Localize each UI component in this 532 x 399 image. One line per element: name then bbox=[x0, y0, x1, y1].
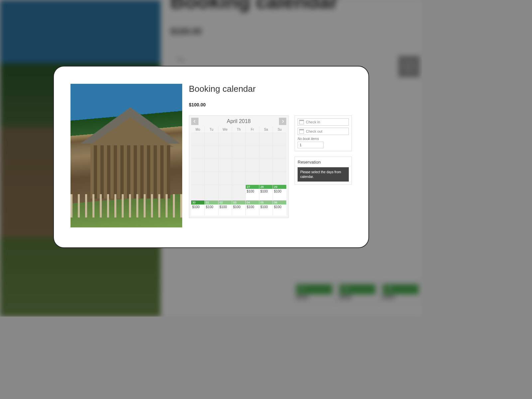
calendar-day-available[interactable]: 01$100 bbox=[205, 200, 218, 216]
calendar-day[interactable] bbox=[259, 133, 273, 146]
dow-header: Sa bbox=[259, 126, 273, 133]
calendar-day[interactable] bbox=[218, 133, 232, 146]
dow-header: Tu bbox=[205, 126, 218, 133]
checkout-placeholder: Check out bbox=[306, 129, 323, 133]
calendar-month-label: April 2018 bbox=[227, 118, 251, 124]
calendar-day[interactable] bbox=[205, 185, 218, 200]
bg-page-title: Booking calendar bbox=[171, 0, 412, 13]
calendar-day[interactable] bbox=[191, 133, 204, 146]
product-title: Booking calendar bbox=[189, 84, 352, 94]
calendar-next-button[interactable] bbox=[279, 118, 286, 125]
calendar-day-available[interactable]: 02$100 bbox=[218, 200, 232, 216]
calendar-day[interactable] bbox=[205, 159, 218, 172]
calendar-day[interactable] bbox=[191, 146, 204, 159]
calendar-grid: Mo Tu We Th Fr Sa Su 27$100 28$100 bbox=[191, 126, 286, 216]
calendar-day[interactable] bbox=[273, 172, 286, 185]
calendar-day[interactable] bbox=[205, 172, 218, 185]
bg-price: $100.00 bbox=[171, 26, 412, 37]
calendar-day[interactable] bbox=[273, 133, 286, 146]
checkout-input[interactable]: Check out bbox=[298, 128, 349, 135]
items-label: No book items bbox=[298, 137, 349, 141]
items-input[interactable]: 1 bbox=[298, 142, 324, 148]
calendar-day[interactable] bbox=[259, 146, 273, 159]
calendar-day[interactable] bbox=[191, 185, 204, 200]
dow-header: We bbox=[218, 126, 232, 133]
calendar-day[interactable] bbox=[246, 146, 259, 159]
product-price: $100.00 bbox=[189, 102, 352, 107]
chevron-right-icon bbox=[281, 120, 284, 123]
bg-avail-row: 27$100 28$100 29$100 bbox=[293, 281, 422, 303]
reservation-panel: Reservation Please select the days from … bbox=[295, 157, 352, 185]
calendar-day[interactable] bbox=[246, 159, 259, 172]
calendar-day-available[interactable]: 03$100 bbox=[232, 200, 245, 216]
calendar-day[interactable] bbox=[232, 172, 245, 185]
calendar-day[interactable] bbox=[218, 146, 232, 159]
calendar-prev-button[interactable] bbox=[191, 118, 199, 125]
chevron-left-icon bbox=[193, 120, 197, 123]
bg-dow: Tu bbox=[177, 57, 184, 64]
bg-info-icon: ⓘ bbox=[398, 56, 420, 77]
calendar-day[interactable] bbox=[232, 133, 245, 146]
calendar-day[interactable] bbox=[232, 185, 245, 200]
calendar-day[interactable] bbox=[218, 172, 232, 185]
calendar-day[interactable] bbox=[205, 133, 218, 146]
calendar-day[interactable] bbox=[232, 159, 245, 172]
calendar-day[interactable] bbox=[259, 159, 273, 172]
checkin-placeholder: Check in bbox=[306, 120, 320, 124]
dow-header: Th bbox=[232, 126, 245, 133]
calendar-icon bbox=[299, 120, 304, 124]
dow-header: Fr bbox=[246, 126, 259, 133]
calendar-day-available[interactable]: 28$100 bbox=[259, 185, 273, 200]
calendar-day[interactable] bbox=[273, 146, 286, 159]
calendar-day-available[interactable]: 04$100 bbox=[246, 200, 259, 216]
calendar-day[interactable] bbox=[191, 159, 204, 172]
dow-header: Su bbox=[273, 126, 286, 133]
product-card: Booking calendar $100.00 April 2018 Mo T… bbox=[53, 66, 369, 248]
calendar-day-available[interactable]: 30$100 bbox=[191, 200, 204, 216]
calendar-day[interactable] bbox=[218, 185, 232, 200]
calendar-day[interactable] bbox=[246, 133, 259, 146]
calendar-day-available[interactable]: 05$100 bbox=[259, 200, 273, 216]
calendar-day[interactable] bbox=[232, 146, 245, 159]
calendar-day[interactable] bbox=[218, 159, 232, 172]
reservation-title: Reservation bbox=[298, 160, 349, 165]
checkin-input[interactable]: Check in bbox=[298, 118, 349, 126]
calendar-day[interactable] bbox=[259, 172, 273, 185]
calendar-day[interactable] bbox=[205, 146, 218, 159]
calendar: April 2018 Mo Tu We Th Fr Sa Su bbox=[189, 115, 289, 218]
calendar-day-available[interactable]: 29$100 bbox=[273, 185, 286, 200]
calendar-day-available[interactable]: 27$100 bbox=[246, 185, 259, 200]
product-image[interactable] bbox=[70, 84, 182, 227]
dow-header: Mo bbox=[191, 126, 204, 133]
booking-form: Check in Check out No book items 1 bbox=[295, 115, 352, 151]
calendar-icon bbox=[299, 129, 304, 134]
calendar-day[interactable] bbox=[246, 172, 259, 185]
reservation-message: Please select the days from calendar. bbox=[298, 167, 349, 182]
calendar-day[interactable] bbox=[191, 172, 204, 185]
calendar-day[interactable] bbox=[273, 159, 286, 172]
calendar-day-available[interactable]: 06$100 bbox=[273, 200, 286, 216]
